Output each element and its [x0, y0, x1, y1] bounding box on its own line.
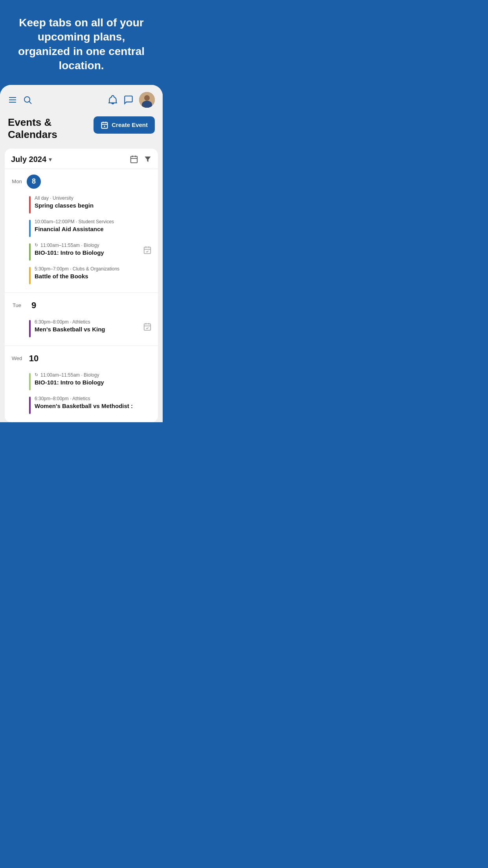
calendar-check-icon	[143, 246, 152, 254]
svg-rect-9	[102, 122, 108, 128]
avatar[interactable]	[139, 92, 155, 108]
event-meta: 6:30pm–8:00pm · Athletics	[35, 319, 139, 325]
event-meta: 5:30pm–7:00pm · Clubs & Organizations	[35, 266, 152, 272]
page-header: Events &Calendars Create Event	[0, 112, 163, 149]
event-mens-basketball[interactable]: 6:30pm–8:00pm · Athletics Men's Basketba…	[29, 316, 152, 340]
month-selector[interactable]: July 2024 ▾	[11, 155, 52, 164]
month-title: July 2024	[11, 155, 46, 164]
search-icon	[23, 95, 32, 105]
calendar-header: July 2024 ▾	[5, 149, 158, 169]
event-title: Spring classes begin	[35, 202, 152, 210]
menu-button[interactable]	[8, 95, 17, 105]
event-action-icon[interactable]	[143, 322, 152, 333]
bell-icon	[108, 95, 118, 105]
event-action-icon[interactable]	[143, 246, 152, 256]
event-content: 10:00am–12:00PM · Student Services Finan…	[35, 219, 152, 233]
day-circle-8: 8	[27, 175, 41, 189]
chat-button[interactable]	[123, 95, 134, 105]
month-dropdown-icon: ▾	[49, 156, 52, 163]
calendar-view-button[interactable]	[130, 155, 138, 164]
day-number-10: 10	[27, 351, 41, 366]
filter-icon	[144, 155, 152, 163]
event-battle-books[interactable]: 5:30pm–7:00pm · Clubs & Organizations Ba…	[29, 263, 152, 287]
nav-left	[8, 95, 32, 105]
hero-text: Keep tabs on all of your upcoming plans,…	[0, 0, 163, 85]
calendar-actions	[130, 155, 152, 164]
event-womens-basketball[interactable]: 6:30pm–8:00pm · Athletics Women's Basket…	[29, 393, 152, 417]
day-name-wed: Wed	[11, 355, 23, 361]
event-bar-lime	[29, 373, 31, 390]
event-title: Women's Basketball vs Methodist :	[35, 402, 152, 410]
event-meta: 6:30pm–8:00pm · Athletics	[35, 396, 152, 401]
event-content: ↻ 11:00am–11:55am · Biology BIO-101: Int…	[35, 243, 139, 257]
calendar-check-icon-2	[143, 322, 152, 331]
event-title: Financial Aid Assistance	[35, 225, 152, 233]
day-header-9: Tue 9	[11, 298, 152, 313]
event-title: Men's Basketball vs King	[35, 326, 139, 333]
day-name-mon: Mon	[11, 178, 23, 184]
create-event-label: Create Event	[112, 121, 148, 128]
day-section-tue-9: Tue 9 6:30pm–8:00pm · Athletics Men's Ba…	[5, 293, 158, 346]
event-financial-aid[interactable]: 10:00am–12:00PM · Student Services Finan…	[29, 216, 152, 240]
page-title: Events &Calendars	[8, 116, 57, 141]
event-content: 5:30pm–7:00pm · Clubs & Organizations Ba…	[35, 266, 152, 280]
top-nav	[0, 85, 163, 112]
avatar-image	[139, 92, 155, 108]
events-list-9: 6:30pm–8:00pm · Athletics Men's Basketba…	[29, 316, 152, 340]
day-header-8: Mon 8	[11, 175, 152, 189]
svg-line-4	[29, 101, 32, 104]
svg-rect-19	[144, 247, 151, 254]
day-name-tue: Tue	[11, 302, 23, 308]
event-bar-blue	[29, 220, 31, 237]
chat-icon	[123, 95, 134, 105]
notification-button[interactable]	[108, 95, 118, 105]
event-bar-purple-2	[29, 397, 31, 414]
day-header-10: Wed 10	[11, 351, 152, 366]
event-title: BIO-101: Intro to Biology	[35, 379, 152, 386]
create-event-button[interactable]: Create Event	[94, 116, 155, 134]
svg-point-3	[24, 97, 30, 102]
phone-card: Events &Calendars Create Event July 2024…	[0, 85, 163, 422]
menu-icon	[8, 95, 17, 105]
svg-rect-15	[131, 156, 138, 163]
event-title: Battle of the Books	[35, 272, 152, 280]
create-event-icon	[101, 121, 108, 129]
event-bar-purple	[29, 320, 31, 337]
event-spring-classes[interactable]: All day · University Spring classes begi…	[29, 193, 152, 216]
event-bio-101-mon[interactable]: ↻ 11:00am–11:55am · Biology BIO-101: Int…	[29, 240, 152, 263]
event-content: All day · University Spring classes begi…	[35, 195, 152, 210]
calendar-view-icon	[130, 155, 138, 164]
event-meta: All day · University	[35, 195, 152, 201]
event-content: 6:30pm–8:00pm · Athletics Women's Basket…	[35, 396, 152, 410]
event-content: ↻ 11:00am–11:55am · Biology BIO-101: Int…	[35, 372, 152, 386]
recurring-icon-2: ↻	[35, 372, 38, 377]
recurring-icon: ↻	[35, 243, 38, 248]
nav-right	[108, 92, 155, 108]
search-button[interactable]	[23, 95, 32, 105]
event-content: 6:30pm–8:00pm · Athletics Men's Basketba…	[35, 319, 139, 333]
event-bar-red	[29, 196, 31, 213]
svg-rect-23	[144, 324, 151, 331]
day-number-9: 9	[27, 298, 41, 313]
events-list-8: All day · University Spring classes begi…	[29, 193, 152, 287]
day-section-mon-8: Mon 8 All day · University Spring classe…	[5, 169, 158, 293]
event-bar-yellow	[29, 267, 31, 284]
filter-button[interactable]	[144, 155, 152, 163]
calendar-card: July 2024 ▾	[5, 149, 158, 422]
event-bar-green	[29, 243, 31, 261]
avatar-svg	[139, 92, 155, 108]
event-meta: 10:00am–12:00PM · Student Services	[35, 219, 152, 224]
event-meta: ↻ 11:00am–11:55am · Biology	[35, 372, 152, 378]
svg-point-6	[144, 95, 150, 101]
events-list-10: ↻ 11:00am–11:55am · Biology BIO-101: Int…	[29, 370, 152, 417]
event-title: BIO-101: Intro to Biology	[35, 249, 139, 257]
event-meta: ↻ 11:00am–11:55am · Biology	[35, 243, 139, 248]
event-bio-101-wed[interactable]: ↻ 11:00am–11:55am · Biology BIO-101: Int…	[29, 370, 152, 393]
day-section-wed-10: Wed 10 ↻ 11:00am–11:55am · Biology BIO-1…	[5, 346, 158, 422]
